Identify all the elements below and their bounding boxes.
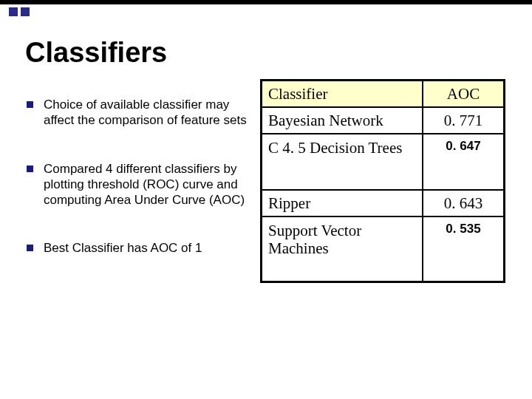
table-header-aoc: AOC xyxy=(423,81,504,107)
classifier-name: Ripper xyxy=(262,190,423,216)
classifier-aoc: 0. 771 xyxy=(423,107,504,134)
table-row: C 4. 5 Decision Trees 0. 647 xyxy=(262,134,504,190)
table-row: Ripper 0. 643 xyxy=(262,190,504,216)
bullet-text: Best Classifier has AOC of 1 xyxy=(44,240,202,256)
bullet-item: Compared 4 different classifiers by plot… xyxy=(25,161,260,208)
classifier-aoc: 0. 647 xyxy=(423,134,504,190)
bullet-list: Choice of available classifier may affec… xyxy=(25,79,260,289)
classifier-aoc: 0. 643 xyxy=(423,190,504,216)
table-header-classifier: Classifier xyxy=(262,81,423,107)
bullet-icon xyxy=(27,166,33,172)
classifier-name: C 4. 5 Decision Trees xyxy=(262,134,423,190)
bullet-item: Best Classifier has AOC of 1 xyxy=(25,240,260,256)
bullet-item: Choice of available classifier may affec… xyxy=(25,97,260,129)
classifier-name: Support Vector Machines xyxy=(262,216,423,282)
classifier-name: Bayesian Network xyxy=(262,107,423,134)
table-header-row: Classifier AOC xyxy=(262,81,504,107)
bullet-icon xyxy=(27,101,33,108)
classifier-table: Classifier AOC Bayesian Network 0. 771 C… xyxy=(260,79,505,283)
top-decor-squares xyxy=(0,4,532,16)
bullet-text: Compared 4 different classifiers by plot… xyxy=(44,161,260,208)
content-area: Choice of available classifier may affec… xyxy=(0,79,532,289)
table-row: Bayesian Network 0. 771 xyxy=(262,107,504,134)
bullet-text: Choice of available classifier may affec… xyxy=(44,97,260,129)
slide-title: Classifiers xyxy=(25,37,532,69)
decor-square-icon xyxy=(21,7,30,16)
bullet-icon xyxy=(27,245,33,251)
decor-square-icon xyxy=(9,7,18,16)
table-row: Support Vector Machines 0. 535 xyxy=(262,216,504,282)
classifier-aoc: 0. 535 xyxy=(423,216,504,282)
